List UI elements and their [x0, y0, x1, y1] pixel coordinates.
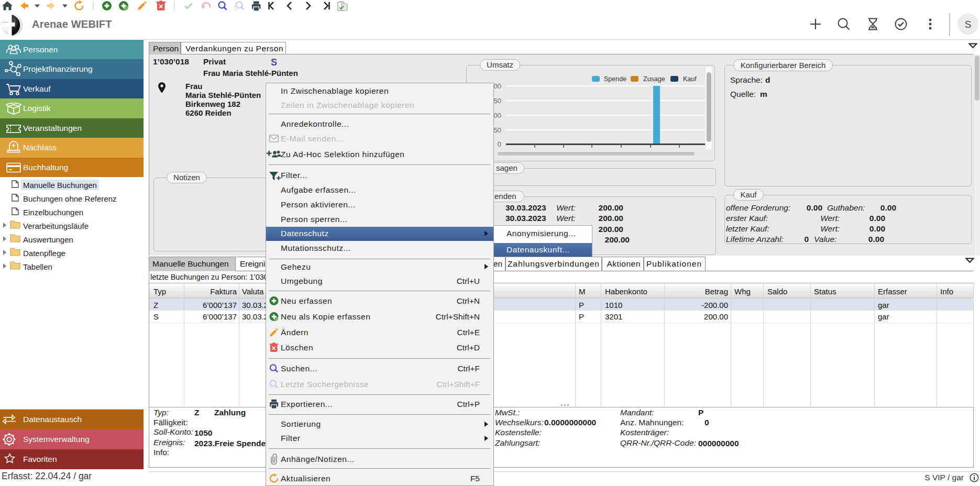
- svg-text:S: S: [965, 19, 972, 30]
